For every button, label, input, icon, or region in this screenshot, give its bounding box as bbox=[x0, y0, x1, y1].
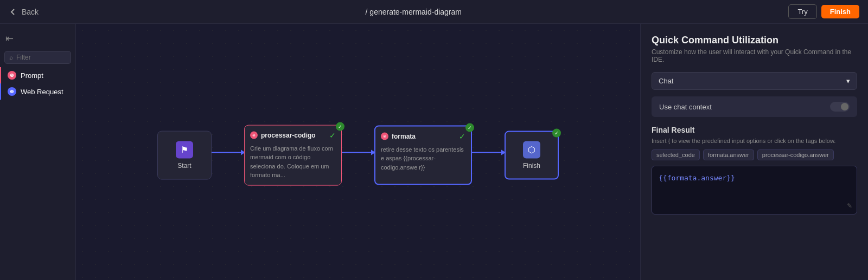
main-layout: ⇤ ⌕ ⊗ Prompt ⊕ Web Request ⚑ Start bbox=[0, 24, 868, 280]
chevron-down-icon: ▾ bbox=[846, 77, 850, 85]
sidebar-item-prompt-label: Prompt bbox=[21, 71, 43, 80]
sidebar-item-web-label: Web Request bbox=[21, 88, 63, 96]
start-label: Start bbox=[177, 161, 191, 169]
try-button[interactable]: Try bbox=[788, 4, 816, 19]
flow-area: ⚑ Start ✓ ⊗ processar-codigo ✓ C bbox=[157, 125, 559, 185]
toggle-knob bbox=[841, 103, 848, 110]
prompt-icon: ⊗ bbox=[8, 71, 16, 80]
formata-node[interactable]: ✓ ⊗ formata ✓ retire desse texto os pare… bbox=[374, 125, 472, 185]
check-badge-formata: ✓ bbox=[465, 123, 474, 132]
tag-formata-answer[interactable]: formata.answer bbox=[703, 149, 754, 160]
search-icon: ⌕ bbox=[9, 54, 13, 61]
use-chat-context-label: Use chat context bbox=[659, 103, 712, 111]
collapse-button[interactable]: ⇤ bbox=[0, 29, 75, 48]
tag-selected-code[interactable]: selected_code bbox=[652, 149, 700, 160]
processar-body: Crie um diagrama de fluxo com mermaid co… bbox=[250, 144, 336, 179]
check-badge-processar: ✓ bbox=[336, 122, 344, 131]
back-button[interactable]: Back bbox=[9, 8, 39, 16]
collapse-icon: ⇤ bbox=[5, 32, 14, 44]
search-input[interactable] bbox=[16, 54, 60, 61]
arrow-1 bbox=[212, 152, 244, 153]
formata-body: retire desse texto os parentesis e aspas… bbox=[381, 145, 465, 172]
web-icon: ⊕ bbox=[8, 87, 16, 96]
processar-codigo-node[interactable]: ✓ ⊗ processar-codigo ✓ Crie um diagrama … bbox=[244, 125, 342, 185]
edit-icon[interactable]: ✎ bbox=[847, 202, 852, 210]
final-result-title: Final Result bbox=[652, 126, 857, 134]
use-chat-context-toggle[interactable] bbox=[830, 102, 850, 112]
formata-prompt-icon: ⊗ bbox=[381, 132, 388, 140]
chat-select[interactable]: Chat ▾ bbox=[652, 72, 857, 90]
panel-subtitle: Customize how the user will interact wit… bbox=[652, 48, 857, 63]
back-label: Back bbox=[22, 8, 39, 16]
result-editor-value: {{formata.answer}} bbox=[659, 174, 735, 182]
processar-check: ✓ bbox=[329, 131, 336, 139]
tags-row: selected_code formata.answer processar-c… bbox=[652, 149, 857, 160]
canvas: ⚑ Start ✓ ⊗ processar-codigo ✓ C bbox=[76, 24, 640, 280]
processar-title: processar-codigo bbox=[261, 131, 326, 139]
final-result-section: Final Result Insert { to view the predef… bbox=[652, 126, 857, 214]
result-editor[interactable]: {{formata.answer}} ✎ bbox=[652, 166, 857, 214]
sidebar: ⇤ ⌕ ⊗ Prompt ⊕ Web Request bbox=[0, 24, 76, 280]
formata-title: formata bbox=[392, 132, 456, 140]
page-title: / generate-mermaid-diagram bbox=[366, 8, 462, 16]
use-chat-context-row: Use chat context bbox=[652, 96, 857, 117]
chat-select-label: Chat bbox=[659, 77, 673, 85]
finish-node[interactable]: ✓ ⬡ Finish bbox=[505, 131, 559, 179]
topbar-actions: Try Finish bbox=[788, 4, 859, 19]
filter-container[interactable]: ⌕ bbox=[4, 51, 71, 64]
processar-prompt-icon: ⊗ bbox=[250, 131, 258, 139]
check-badge-finish: ✓ bbox=[552, 128, 561, 137]
right-panel: Quick Command Utilization Customize how … bbox=[640, 24, 868, 280]
start-node[interactable]: ⚑ Start bbox=[157, 131, 212, 179]
final-result-hint: Insert { to view the predefined input op… bbox=[652, 138, 857, 144]
topbar: Back / generate-mermaid-diagram Try Fini… bbox=[0, 0, 868, 24]
sidebar-item-web-request[interactable]: ⊕ Web Request bbox=[0, 83, 75, 100]
tag-processar-answer[interactable]: processar-codigo.answer bbox=[757, 149, 834, 160]
panel-title: Quick Command Utilization bbox=[652, 35, 857, 46]
arrow-3 bbox=[472, 152, 505, 153]
start-icon: ⚑ bbox=[176, 141, 193, 158]
sidebar-item-prompt[interactable]: ⊗ Prompt bbox=[0, 67, 75, 83]
finish-label: Finish bbox=[523, 161, 540, 169]
formata-check: ✓ bbox=[459, 132, 465, 140]
finish-button[interactable]: Finish bbox=[821, 5, 859, 18]
arrow-2 bbox=[342, 152, 374, 153]
finish-icon: ⬡ bbox=[523, 141, 540, 158]
